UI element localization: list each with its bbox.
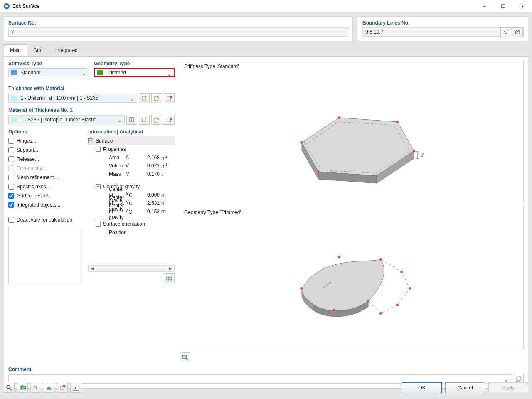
app-icon [3, 3, 10, 10]
titlebar: Edit Surface [0, 0, 532, 12]
minimize-button[interactable] [475, 0, 494, 12]
svg-rect-2 [502, 5, 505, 8]
close-button[interactable] [513, 0, 532, 12]
maximize-button[interactable] [494, 0, 513, 12]
window-title: Edit Surface [12, 3, 475, 9]
